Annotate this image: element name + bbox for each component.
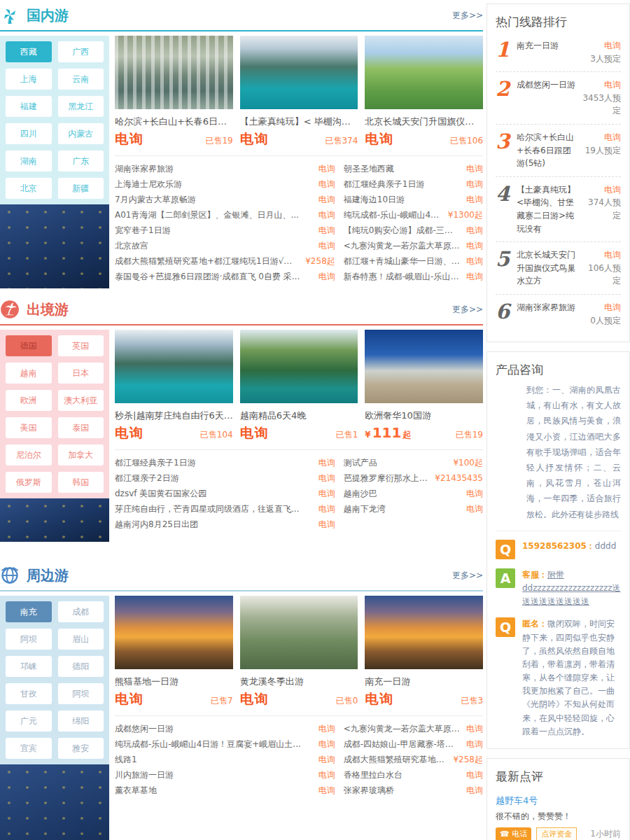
product-row[interactable]: 泰国曼谷+芭提雅6日跟团游·成都直飞 0自费 采... 电询: [115, 269, 335, 284]
region-tab[interactable]: 泰国: [58, 417, 104, 438]
region-tab[interactable]: 内蒙古: [58, 123, 104, 144]
region-tab[interactable]: 新疆: [58, 178, 104, 199]
region-tab[interactable]: 宜宾: [6, 738, 52, 759]
region-tab[interactable]: 黑龙江: [58, 96, 104, 117]
product-row[interactable]: 都江堰亲子2日游 电询: [115, 470, 335, 486]
product-row[interactable]: 都江堰经典亲子1日游 电询: [115, 455, 335, 470]
inquiry-link[interactable]: 电询: [582, 39, 621, 52]
region-tab[interactable]: 加拿大: [58, 444, 104, 465]
product-row[interactable]: 纯玩成都-乐山-峨嵋山4日游！豆腐宴+峨眉山土... ¥1300起: [344, 207, 483, 223]
more-link[interactable]: 更多>>: [452, 570, 483, 582]
region-tab[interactable]: 阿坝: [58, 683, 104, 704]
region-tab[interactable]: 德国: [6, 335, 52, 356]
hot-route-item[interactable]: 5 北京长城天安门升国旗仪式鸟巢水立方 电询 106人预定: [496, 242, 621, 295]
product-row[interactable]: 都江堰+青城山豪华一日游、真纯玩0购物0自费... 电询: [344, 253, 483, 269]
hot-route-item[interactable]: 3 哈尔滨+长白山+长春6日跟团游(5钻) 电询 19人预定: [496, 125, 621, 177]
region-tab[interactable]: 福建: [6, 96, 52, 117]
product-card[interactable]: 南充一日游 电询 已售3: [365, 596, 483, 709]
product-row[interactable]: 7月内蒙古大草原畅游 电询: [115, 192, 335, 207]
product-row[interactable]: 越南沙巴 电询: [344, 486, 483, 501]
product-row[interactable]: 成都-四姑娘山-甲居藏寨-塔公寺-新都桥-泸定4... 电询: [344, 736, 483, 752]
region-tab[interactable]: 德阳: [58, 656, 104, 677]
region-tab[interactable]: 北京: [6, 178, 52, 199]
region-tab[interactable]: 欧洲: [6, 390, 52, 411]
region-tab[interactable]: 绵阳: [58, 710, 104, 732]
product-row[interactable]: 芭提雅罗摩衍那水上乐园北京故宫 ¥21435435: [344, 470, 483, 486]
product-row[interactable]: 芽庄纯自由行，芒青四星或同级酒店，往返直飞... 电询: [115, 501, 335, 517]
inquiry-link[interactable]: 电询: [582, 183, 621, 197]
product-row[interactable]: 上海迪士尼欢乐游 电询: [115, 176, 335, 192]
region-tab[interactable]: 眉山: [58, 629, 104, 650]
region-tab[interactable]: 英国: [58, 335, 104, 356]
product-row[interactable]: 成都大熊猫繁殖研究基地+都江堰纯玩1日游√三... ¥258起: [115, 253, 335, 269]
hot-route-item[interactable]: 6 湖南张家界旅游 电询 0人预定: [496, 295, 621, 333]
product-row[interactable]: 香格里拉白水台 电询: [344, 767, 483, 783]
product-card[interactable]: 越南精品6天4晚 电询 已售1: [240, 330, 358, 443]
product-row[interactable]: <九寨沟黄龙—若尔盖大草原—九曲花湖>尊享... 电询: [344, 238, 483, 253]
region-tab[interactable]: 阿坝: [6, 629, 52, 650]
region-tab[interactable]: 湖南: [6, 150, 52, 172]
region-tab[interactable]: 西藏: [6, 41, 52, 62]
region-tab[interactable]: 越南: [6, 363, 52, 384]
region-tab[interactable]: 南充: [6, 601, 52, 622]
region-tab[interactable]: 广东: [58, 150, 104, 172]
region-tab[interactable]: 成都: [58, 601, 104, 622]
product-card[interactable]: 欧洲奢华10国游 ¥111起 已售19: [365, 330, 483, 443]
sold-count: 已售19: [456, 429, 483, 441]
product-card[interactable]: 黄龙溪冬季出游 电询 已售0: [240, 596, 358, 709]
product-row[interactable]: 薰衣草基地 电询: [115, 783, 335, 798]
region-tab[interactable]: 尼泊尔: [6, 444, 52, 465]
product-card[interactable]: 【土豪真纯玩】< 毕棚沟、甘堡... 电询 已售374: [240, 36, 358, 149]
product-row[interactable]: 越南下龙湾 电询: [344, 501, 483, 517]
product-row[interactable]: 川内旅游一日游 电询: [115, 767, 335, 783]
region-tab[interactable]: 俄罗斯: [6, 472, 52, 493]
region-tab[interactable]: 日本: [58, 363, 104, 384]
region-tab[interactable]: 甘孜: [6, 683, 52, 704]
more-link[interactable]: 更多>>: [452, 10, 483, 22]
product-row[interactable]: 福建海边10日游 电询: [344, 192, 483, 207]
region-tab[interactable]: 澳大利亚: [58, 390, 104, 411]
region-tab[interactable]: 韩国: [58, 472, 104, 493]
rank-number: 4: [496, 183, 511, 235]
product-row[interactable]: 【纯玩0购安心游】成都-三亚双飞5日跟团游 娱... 电询: [344, 223, 483, 238]
product-row[interactable]: 宽窄巷子1日游 电询: [115, 223, 335, 238]
inquiry-link[interactable]: 电询: [582, 301, 621, 314]
product-row[interactable]: 张家界玻璃桥 电询: [344, 783, 483, 798]
product-row[interactable]: 成都大熊猫繁殖研究基地+都江堰纯玩1日游√三... ¥258起: [344, 752, 483, 767]
product-row[interactable]: dzsvf 美国黄石国家公园 电询: [115, 486, 335, 501]
more-link[interactable]: 更多>>: [452, 304, 483, 316]
inquiry-link[interactable]: 电询: [582, 78, 621, 92]
product-row[interactable]: A01青海湖【二郎剑景区】、金银滩、日月山、... 电询: [115, 207, 335, 223]
product-row[interactable]: 线路1 电询: [115, 752, 335, 767]
product-card[interactable]: 北京长城天安门升国旗仪式鸟巢... 电询 已售106: [365, 36, 483, 149]
region-tab[interactable]: 邛崃: [6, 656, 52, 677]
product-row[interactable]: 越南河内8月25日出团 电询: [115, 517, 335, 532]
product-row[interactable]: 成都悠闲一日游 电询: [115, 721, 335, 736]
region-tab[interactable]: 广元: [6, 710, 52, 732]
product-row[interactable]: <九寨沟黄龙—若尔盖大草原—九曲花湖>尊享... 电询: [344, 721, 483, 736]
product-row[interactable]: 新春特惠！成都-峨眉山-乐山大佛纯净2日游，全... 电询: [344, 269, 483, 284]
hot-route-item[interactable]: 4 【土豪真纯玩】<毕棚沟、甘堡藏寨二日游>纯玩没有 电询 374人预定: [496, 177, 621, 242]
region-tab[interactable]: 广西: [58, 41, 104, 62]
review-product-link[interactable]: 越野车4号: [496, 794, 621, 808]
region-tab[interactable]: 美国: [6, 417, 52, 438]
product-row[interactable]: 都江堰经典亲子1日游 电询: [344, 176, 483, 192]
product-row[interactable]: 纯玩成都-乐山-峨嵋山4日游！豆腐宴+峨眉山土... 电询: [115, 736, 335, 752]
hot-route-item[interactable]: 2 成都悠闲一日游 电询 3453人预定: [496, 72, 621, 125]
hot-route-item[interactable]: 1 南充一日游 电询 3人预定: [496, 33, 621, 72]
region-tab[interactable]: 上海: [6, 69, 52, 90]
region-tab[interactable]: 雅安: [58, 738, 104, 759]
product-row[interactable]: 测试产品 ¥100起: [344, 455, 483, 470]
region-tab[interactable]: 云南: [58, 69, 104, 90]
region-tab[interactable]: 四川: [6, 123, 52, 144]
product-card[interactable]: 秒杀|越南芽庄纯自由行6天5晚，... 电询 已售104: [115, 330, 233, 443]
product-card[interactable]: 哈尔滨+长白山+长春6日跟团游(... 电询 已售19: [115, 36, 233, 149]
route-title: 北京长城天安门升国旗仪式鸟巢水立方: [517, 248, 576, 288]
product-card[interactable]: 熊猫基地一日游 电询 已售7: [115, 596, 233, 709]
product-row[interactable]: 朝圣圣地西藏 电询: [344, 161, 483, 176]
product-row[interactable]: 湖南张家界旅游 电询: [115, 161, 335, 176]
inquiry-link[interactable]: 电询: [582, 248, 621, 262]
product-row[interactable]: 北京故宫 电询: [115, 238, 335, 253]
inquiry-link[interactable]: 电询: [582, 131, 621, 144]
row-action: 电询: [318, 207, 335, 223]
